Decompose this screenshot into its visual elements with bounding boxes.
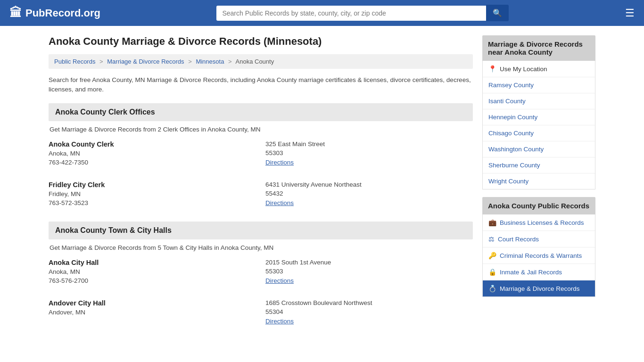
menu-icon[interactable]: ☰: [625, 7, 635, 19]
criminal-icon: 🔑: [488, 252, 496, 259]
directions-link[interactable]: Directions: [265, 159, 294, 166]
marriage-icon: 💍: [488, 285, 496, 292]
sidebar-item-wright[interactable]: Wright County: [483, 173, 595, 189]
breadcrumb: Public Records > Marriage & Divorce Reco…: [49, 54, 473, 69]
office-row: Anoka County Clerk Anoka, MN 763-422-735…: [49, 140, 473, 166]
cityhall-section-description: Get Marriage & Divorce Records from 5 To…: [49, 244, 473, 251]
clerk-section-header: Anoka County Clerk Offices: [49, 103, 473, 121]
sidebar-item-court[interactable]: ⚖ Court Records: [483, 231, 595, 247]
office-row: Anoka City Hall Anoka, MN 763-576-2700 2…: [49, 259, 473, 284]
office-name: Fridley City Clerk: [49, 181, 256, 189]
use-my-location-label: Use My Location: [500, 66, 547, 73]
breadcrumb-sep3: >: [228, 58, 232, 65]
hennepin-label: Hennepin County: [488, 114, 537, 121]
cityhall-section-header: Anoka County Town & City Halls: [49, 222, 473, 239]
inmate-label: Inmate & Jail Records: [500, 269, 562, 276]
use-my-location-item[interactable]: 📍 Use My Location: [483, 61, 595, 77]
office-left: Anoka City Hall Anoka, MN 763-576-2700: [49, 259, 256, 284]
office-zip: 55303: [265, 149, 473, 156]
directions-link[interactable]: Directions: [265, 277, 294, 284]
washington-label: Washington County: [488, 146, 544, 153]
nearby-section-title: Marriage & Divorce Records near Anoka Co…: [482, 35, 595, 61]
office-entry: Anoka County Clerk Anoka, MN 763-422-735…: [49, 140, 473, 171]
main-container: Anoka County Marriage & Divorce Records …: [39, 26, 605, 349]
office-zip: 55304: [265, 308, 473, 315]
office-left: Andover City Hall Andover, MN: [49, 299, 256, 325]
office-zip: 55432: [265, 190, 473, 197]
office-entry: Andover City Hall Andover, MN 1685 Cross…: [49, 299, 473, 329]
office-right: 1685 Crosstown Boulevard Northwest 55304…: [265, 299, 473, 325]
breadcrumb-sep1: >: [99, 58, 103, 65]
marriage-label: Marriage & Divorce Records: [500, 285, 580, 292]
office-phone: 763-576-2700: [49, 277, 256, 284]
inmate-icon: 🔒: [488, 268, 496, 276]
sidebar-item-inmate[interactable]: 🔒 Inmate & Jail Records: [483, 264, 595, 280]
sidebar-item-marriage[interactable]: 💍 Marriage & Divorce Records: [483, 280, 595, 296]
office-entry: Anoka City Hall Anoka, MN 763-576-2700 2…: [49, 259, 473, 289]
office-zip: 55303: [265, 268, 473, 275]
office-right: 6431 University Avenue Northeast 55432 D…: [265, 181, 473, 206]
office-city: Fridley, MN: [49, 190, 256, 197]
court-icon: ⚖: [488, 235, 495, 243]
sidebar-item-washington[interactable]: Washington County: [483, 141, 595, 157]
search-input[interactable]: [216, 6, 486, 21]
sidebar-item-criminal[interactable]: 🔑 Criminal Records & Warrants: [483, 247, 595, 264]
page-title: Anoka County Marriage & Divorce Records …: [49, 35, 473, 48]
business-label: Business Licenses & Records: [500, 219, 584, 226]
sidebar-item-business[interactable]: 💼 Business Licenses & Records: [483, 214, 595, 231]
office-city: Anoka, MN: [49, 268, 256, 275]
sidebar-item-hennepin[interactable]: Hennepin County: [483, 109, 595, 125]
office-left: Anoka County Clerk Anoka, MN 763-422-735…: [49, 140, 256, 166]
logo-text: PubRecord.org: [25, 7, 100, 19]
search-bar: 🔍: [216, 5, 509, 21]
public-records-section-title: Anoka County Public Records: [482, 197, 595, 214]
content-area: Anoka County Marriage & Divorce Records …: [49, 35, 473, 340]
sidebar-item-sherburne[interactable]: Sherburne County: [483, 157, 595, 173]
sidebar-item-isanti[interactable]: Isanti County: [483, 93, 595, 109]
office-city: Anoka, MN: [49, 150, 256, 157]
nearby-list: 📍 Use My Location Ramsey County Isanti C…: [482, 61, 595, 189]
location-icon: 📍: [488, 65, 496, 73]
office-phone: 763-572-3523: [49, 199, 256, 206]
office-address: 1685 Crosstown Boulevard Northwest: [265, 299, 473, 306]
business-icon: 💼: [488, 219, 496, 226]
office-name: Anoka City Hall: [49, 259, 256, 266]
office-name: Anoka County Clerk: [49, 140, 256, 148]
breadcrumb-public-records[interactable]: Public Records: [54, 58, 95, 65]
office-name: Andover City Hall: [49, 299, 256, 307]
sidebar-item-ramsey[interactable]: Ramsey County: [483, 77, 595, 93]
site-header: 🏛 PubRecord.org 🔍 ☰: [0, 0, 644, 26]
breadcrumb-anoka-county: Anoka County: [236, 58, 274, 65]
office-address: 6431 University Avenue Northeast: [265, 181, 473, 188]
wright-label: Wright County: [488, 178, 528, 185]
logo-icon: 🏛: [9, 6, 22, 20]
sidebar-item-chisago[interactable]: Chisago County: [483, 125, 595, 141]
isanti-label: Isanti County: [488, 98, 526, 105]
public-records-list: 💼 Business Licenses & Records ⚖ Court Re…: [482, 214, 595, 297]
office-left: Fridley City Clerk Fridley, MN 763-572-3…: [49, 181, 256, 206]
breadcrumb-sep2: >: [188, 58, 192, 65]
breadcrumb-marriage-divorce[interactable]: Marriage & Divorce Records: [107, 58, 184, 65]
sidebar: Marriage & Divorce Records near Anoka Co…: [482, 35, 595, 340]
office-right: 325 East Main Street 55303 Directions: [265, 140, 473, 166]
directions-link[interactable]: Directions: [265, 318, 294, 325]
site-logo[interactable]: 🏛 PubRecord.org: [9, 6, 100, 20]
breadcrumb-minnesota[interactable]: Minnesota: [196, 58, 224, 65]
court-label: Court Records: [498, 236, 539, 243]
criminal-label: Criminal Records & Warrants: [500, 252, 582, 259]
ramsey-label: Ramsey County: [488, 82, 534, 89]
chisago-label: Chisago County: [488, 130, 534, 137]
office-entry: Fridley City Clerk Fridley, MN 763-572-3…: [49, 181, 473, 211]
sherburne-label: Sherburne County: [488, 162, 540, 169]
clerk-section-description: Get Marriage & Divorce Records from 2 Cl…: [49, 126, 473, 133]
office-phone: 763-422-7350: [49, 159, 256, 166]
search-button[interactable]: 🔍: [486, 5, 509, 21]
office-address: 2015 South 1st Avenue: [265, 259, 473, 266]
directions-link[interactable]: Directions: [265, 199, 294, 206]
office-right: 2015 South 1st Avenue 55303 Directions: [265, 259, 473, 284]
office-address: 325 East Main Street: [265, 140, 473, 148]
office-city: Andover, MN: [49, 309, 256, 316]
office-row: Fridley City Clerk Fridley, MN 763-572-3…: [49, 181, 473, 206]
search-icon: 🔍: [493, 9, 502, 17]
office-row: Andover City Hall Andover, MN 1685 Cross…: [49, 299, 473, 325]
